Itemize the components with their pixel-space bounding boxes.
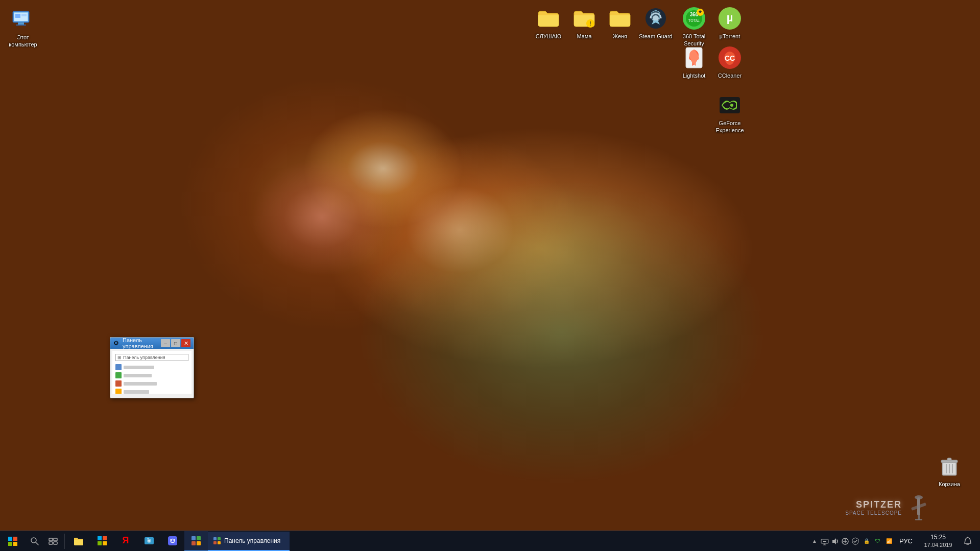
zhenya-label: Женя: [613, 33, 627, 40]
taskbar-pinned-apps: Я: [67, 531, 208, 552]
window-title-text: Панель управления: [123, 337, 161, 349]
svg-rect-17: [700, 11, 701, 13]
clock-date: 17.04.2019: [924, 541, 952, 548]
notification-button[interactable]: [960, 531, 976, 552]
system-tray: ▲: [810, 531, 980, 552]
svg-point-56: [171, 540, 172, 541]
svg-text:TOTAL: TOTAL: [688, 19, 700, 22]
svg-rect-3: [16, 25, 26, 26]
svg-point-53: [148, 540, 150, 542]
desktop-icon-recycle-bin[interactable]: Корзина: [929, 452, 970, 490]
svg-rect-59: [197, 536, 201, 540]
ccleaner-label: CCleaner: [718, 72, 742, 79]
svg-rect-67: [823, 541, 826, 542]
lightshot-label: Lightshot: [683, 72, 706, 79]
mama-icon: !: [572, 6, 596, 31]
desktop-icon-this-computer[interactable]: Этот компьютер: [3, 5, 43, 51]
svg-rect-54: [147, 538, 149, 539]
taskbar-divider-1: [64, 534, 65, 549]
window-maximize-button[interactable]: □: [171, 339, 180, 347]
desktop-icons-area: Этот компьютер СЛУШАЮ ! Мама: [0, 0, 980, 551]
recycle-bin-icon: [937, 454, 962, 478]
window-minimize-button[interactable]: –: [161, 339, 170, 347]
tray-power-icon[interactable]: [840, 531, 850, 552]
window-titlebar: ⚙ Панель управления – □ ✕: [110, 338, 194, 349]
desktop-icon-zhenya[interactable]: Женя: [600, 4, 640, 42]
slushayu-label: СЛУШАЮ: [536, 33, 561, 40]
geforce-icon: [718, 93, 742, 117]
spitzer-watermark: SPITZER SPACE TELESCOPE: [845, 492, 931, 523]
taskbar-pin-discord[interactable]: [161, 531, 184, 552]
taskbar-pin-yandex[interactable]: Я: [114, 531, 137, 552]
svg-rect-50: [103, 541, 107, 545]
svg-rect-60: [192, 541, 196, 545]
start-button[interactable]: [0, 531, 26, 552]
clock-area[interactable]: 15:25 17.04.2019: [918, 531, 959, 552]
svg-rect-37: [8, 537, 12, 541]
taskbar: Я: [0, 531, 980, 551]
svg-text:CC: CC: [725, 54, 735, 62]
desktop-icon-slushayu[interactable]: СЛУШАЮ: [528, 4, 569, 42]
this-computer-icon: [11, 7, 35, 32]
svg-rect-48: [103, 536, 107, 540]
utorrent-icon: µ: [718, 6, 742, 31]
window-close-button[interactable]: ✕: [181, 339, 190, 347]
taskbar-active-window[interactable]: Панель управления: [208, 532, 290, 551]
clock-time: 15:25: [930, 534, 946, 542]
desktop-icon-ccleaner[interactable]: CC CCleaner: [709, 43, 750, 81]
watermark-subtitle: SPACE TELESCOPE: [845, 510, 902, 516]
steam-guard-icon: [643, 6, 668, 31]
tray-icons: [820, 531, 861, 552]
svg-point-57: [174, 540, 175, 541]
desktop-icon-steam-guard[interactable]: Steam Guard: [635, 4, 676, 42]
taskbar-pin-photo[interactable]: [137, 531, 161, 552]
taskbar-pin-store[interactable]: [90, 531, 114, 552]
this-computer-label: Этот компьютер: [5, 34, 41, 49]
svg-rect-62: [213, 537, 217, 540]
desktop-icon-mama[interactable]: ! Мама: [564, 4, 605, 42]
svg-rect-2: [18, 22, 24, 25]
svg-point-33: [915, 495, 923, 499]
search-button[interactable]: [26, 531, 44, 552]
svg-text:µ: µ: [727, 11, 733, 24]
task-view-button[interactable]: [44, 531, 62, 552]
svg-point-24: [730, 104, 733, 107]
desktop-icon-lightshot[interactable]: Lightshot: [674, 43, 714, 81]
tray-audio-icon[interactable]: [830, 531, 840, 552]
desktop-icon-geforce[interactable]: GeForce Experience: [709, 91, 750, 136]
watermark-title: SPITZER: [845, 499, 902, 510]
svg-rect-55: [168, 536, 177, 545]
window-body: ⊞ Панель управления: [112, 351, 192, 394]
tray-icon-3[interactable]: 📶: [884, 531, 894, 552]
control-panel-window-icon: ⚙: [113, 340, 121, 347]
desktop-icon-utorrent[interactable]: µ µTorrent: [709, 4, 750, 42]
telescope-icon: [906, 492, 931, 523]
control-panel-window: ⚙ Панель управления – □ ✕ ⊞ Панель управ…: [110, 337, 194, 398]
taskbar-pin-file-explorer[interactable]: [67, 531, 90, 552]
svg-rect-58: [192, 536, 196, 540]
svg-rect-46: [54, 542, 57, 544]
tray-icon-1[interactable]: 🔒: [862, 531, 872, 552]
tray-security-icon[interactable]: [850, 531, 861, 552]
taskbar-pin-control-panel[interactable]: [184, 531, 208, 552]
svg-text:!: !: [589, 21, 591, 27]
svg-rect-47: [98, 536, 102, 540]
svg-line-42: [36, 542, 38, 545]
svg-rect-6: [21, 14, 27, 16]
svg-rect-43: [49, 538, 53, 541]
tray-icon-2[interactable]: 🛡: [873, 531, 883, 552]
recycle-bin-label: Корзина: [939, 481, 960, 488]
window-controls[interactable]: – □ ✕: [161, 339, 190, 347]
lightshot-icon: [682, 45, 706, 70]
active-window-label: Панель управления: [224, 537, 280, 544]
zhenya-icon: [608, 6, 632, 31]
svg-rect-45: [49, 542, 53, 544]
svg-rect-61: [197, 541, 201, 545]
tray-network-icon[interactable]: [820, 531, 830, 552]
slushayu-icon: [536, 6, 561, 31]
tray-expand-button[interactable]: ▲: [810, 531, 819, 552]
language-button[interactable]: РУС: [895, 531, 917, 552]
svg-rect-44: [54, 538, 57, 541]
svg-rect-63: [218, 537, 221, 540]
desktop-icon-360-security[interactable]: 360 TOTAL 360 Total Security: [674, 4, 714, 50]
